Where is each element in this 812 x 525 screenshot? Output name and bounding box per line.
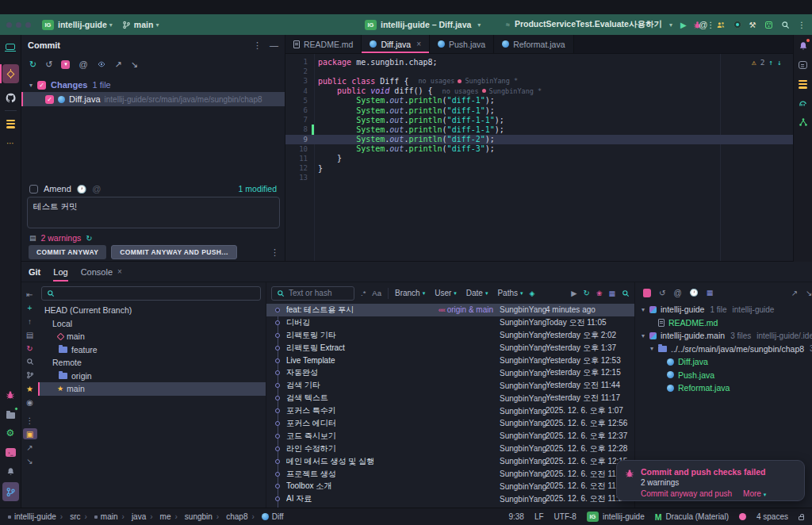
- log-filter[interactable]: Paths▾: [497, 289, 523, 297]
- commit-row[interactable]: 메인 메서드 생성 및 실행 SungbinYang 2025. 12. 6. …: [266, 455, 634, 468]
- close-tab-icon[interactable]: ×: [117, 267, 122, 276]
- chevron-expanded-icon[interactable]: ▾: [29, 82, 33, 89]
- code-line[interactable]: 13: [285, 173, 793, 182]
- github-icon[interactable]: [0, 88, 21, 107]
- theme-widget[interactable]: M Dracula (Material): [655, 512, 729, 522]
- project-selector[interactable]: intellij-guide: [58, 20, 107, 29]
- log-search-input[interactable]: [289, 289, 349, 297]
- next-warning-arrow[interactable]: ↓: [777, 58, 782, 67]
- collapse-icon[interactable]: ↘: [23, 455, 37, 466]
- code-line[interactable]: 9 System.out.println("diff-2");: [285, 135, 793, 144]
- changelists-icon[interactable]: ▤: [23, 329, 37, 340]
- traffic-light-minimize[interactable]: [16, 22, 21, 28]
- rerun-checks-icon[interactable]: ↻: [86, 234, 92, 243]
- code-line[interactable]: 2: [285, 67, 793, 76]
- expand-icon[interactable]: ↗: [115, 59, 122, 70]
- branch-selector[interactable]: main: [134, 20, 154, 29]
- hide-panel-icon[interactable]: —: [270, 40, 278, 50]
- commit-row[interactable]: Toolbox 소개 SungbinYang 2025. 12. 6. 오전 1…: [266, 480, 634, 492]
- screen-record-icon[interactable]: [733, 21, 741, 29]
- commit-row[interactable]: 프로젝트 생성 SungbinYang 2025. 12. 6. 오전 11:4…: [266, 468, 634, 481]
- breadcrumb-item[interactable]: sungbin: [170, 512, 212, 521]
- git-panel-title[interactable]: Git: [29, 267, 40, 277]
- show-details-icon[interactable]: [643, 289, 651, 297]
- commit-row[interactable]: Live Template SungbinYang Yesterday 오후 1…: [266, 354, 634, 367]
- chevron-expanded-icon[interactable]: ▾: [642, 332, 649, 339]
- log-search-box[interactable]: [271, 286, 354, 301]
- breadcrumb-item[interactable]: intellij-guide: [8, 512, 56, 521]
- commit-row[interactable]: AI 자료 SungbinYang 2025. 12. 6. 오전 11:25: [266, 492, 634, 505]
- breadcrumb-item[interactable]: java: [118, 512, 147, 521]
- notifications-bell-icon[interactable]: [0, 462, 21, 481]
- favorites-star-icon[interactable]: ★: [23, 383, 37, 394]
- prev-warning-arrow[interactable]: ↑: [769, 58, 774, 67]
- editor-tab[interactable]: Diff.java ×: [362, 35, 430, 53]
- traffic-light-close[interactable]: [6, 22, 12, 28]
- branch-row[interactable]: ★ main: [38, 382, 266, 396]
- changed-file-tree-row[interactable]: ▾ Reformat.java: [635, 381, 812, 395]
- more-tools-icon[interactable]: ⋯: [0, 133, 21, 152]
- line-ending[interactable]: LF: [534, 512, 544, 521]
- update-icon[interactable]: ↻: [23, 343, 37, 354]
- changed-file-tree-row[interactable]: ▾ Diff.java: [635, 355, 812, 369]
- commit-row[interactable]: 포커스 에디터 SungbinYang 2025. 12. 6. 오후 12:5…: [266, 417, 634, 430]
- commit-message-input[interactable]: 테스트 커밋: [27, 197, 280, 228]
- commit-tool-button[interactable]: [0, 63, 21, 85]
- commit-actions-kebab[interactable]: ⋮: [270, 247, 279, 258]
- code-line[interactable]: 1 package me.sungbin.chap8;: [285, 57, 793, 67]
- changed-file-tree-row[interactable]: ▾ intellij-guide.main 3 files intellij-g…: [635, 329, 812, 343]
- commit-row[interactable]: 자동완성 SungbinYang Yesterday 오후 12:15: [266, 366, 634, 379]
- project-widget[interactable]: IG intellij-guide: [587, 512, 645, 522]
- changelist-icon[interactable]: ▾: [61, 60, 70, 69]
- code-line[interactable]: 11 }: [285, 154, 793, 163]
- commit-row[interactable]: 리팩토링 기타 SungbinYang Yesterday 오후 2:02: [266, 329, 634, 342]
- clock-icon[interactable]: 🕐: [690, 289, 699, 297]
- commit-history-clock-icon[interactable]: 🕐: [77, 185, 86, 194]
- branch-row[interactable]: main: [38, 330, 266, 343]
- commit-mail-icon[interactable]: @: [79, 59, 87, 69]
- commit-row[interactable]: 검색 텍스트 SungbinYang Yesterday 오전 11:17: [266, 392, 634, 404]
- git-tool-button[interactable]: [0, 481, 21, 503]
- log-filter[interactable]: Date▾: [466, 289, 488, 297]
- editor-tab[interactable]: README.md: [285, 35, 362, 53]
- cherry-pick-icon[interactable]: ❀: [596, 289, 603, 297]
- ai-assistant-icon[interactable]: [794, 56, 812, 75]
- debug-tool-icon[interactable]: [0, 385, 21, 404]
- code-line[interactable]: 6 System.out.println("diff-1");: [285, 105, 793, 115]
- regex-icon[interactable]: .*: [361, 289, 366, 297]
- commit-row[interactable]: 포커스 특수키 SungbinYang 2025. 12. 6. 오후 1:07: [266, 404, 634, 417]
- view-options-icon[interactable]: ◉: [23, 397, 37, 408]
- tab-console[interactable]: Console ×: [81, 262, 122, 282]
- tools-icon[interactable]: ⚒: [749, 21, 756, 29]
- log-filter[interactable]: Branch▾: [395, 289, 425, 297]
- branch-row[interactable]: ▾ Remote: [38, 356, 266, 370]
- indent-size[interactable]: 4 spaces: [756, 512, 788, 521]
- commit-row[interactable]: feat: 테스트용 푸시 «« origin & main SungbinYa…: [266, 304, 634, 316]
- database-tool-icon[interactable]: [794, 75, 812, 94]
- file-checkbox[interactable]: ✓: [45, 95, 54, 104]
- breadcrumb-item[interactable]: src: [56, 512, 81, 521]
- chevron-expanded-icon[interactable]: ▾: [650, 345, 658, 352]
- changes-group-row[interactable]: ▾ ✓ Changes 1 file: [21, 78, 285, 92]
- changed-file-row[interactable]: ✓ Diff.java intellij-guide/src/main/java…: [21, 92, 285, 106]
- branch-search-input[interactable]: [59, 289, 255, 298]
- highlighted-tool-icon[interactable]: ▣: [23, 428, 37, 439]
- match-case-icon[interactable]: Aa: [372, 289, 381, 297]
- log-filter[interactable]: User▾: [435, 289, 457, 297]
- add-icon[interactable]: +: [23, 302, 37, 313]
- group-by-icon[interactable]: ▦: [707, 289, 714, 297]
- view-grid-icon[interactable]: ▦: [608, 289, 615, 297]
- rollback-icon[interactable]: ↺: [45, 59, 52, 70]
- commit-anyway-button[interactable]: COMMIT ANYWAY: [29, 245, 106, 259]
- tab-log[interactable]: Log: [53, 262, 67, 282]
- code-line[interactable]: 12 }: [285, 163, 793, 173]
- main-menu-kebab[interactable]: ⋮: [798, 20, 806, 29]
- refresh-log-icon[interactable]: ↻: [584, 289, 590, 297]
- commit-anyway-and-push-link[interactable]: Commit anyway and push: [641, 489, 732, 498]
- changed-file-tree-row[interactable]: ▾ Push.java: [635, 369, 812, 382]
- commit-at-icon[interactable]: @: [699, 20, 707, 29]
- more-kebab-icon[interactable]: ⋮: [23, 415, 37, 426]
- preview-diff-eye-icon[interactable]: [97, 60, 106, 68]
- commit-row[interactable]: 디버깅 SungbinYang Today 오전 11:05: [266, 316, 634, 329]
- file-encoding[interactable]: UTF-8: [554, 512, 576, 521]
